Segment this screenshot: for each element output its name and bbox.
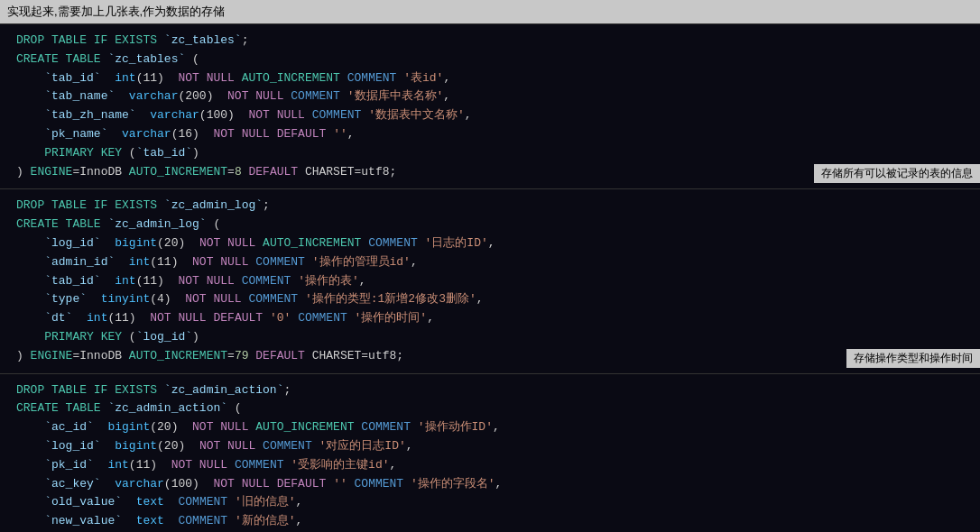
code-block-2: DROP TABLE IF EXISTS `zc_admin_log`; CRE…: [0, 188, 980, 372]
code-pre-2: DROP TABLE IF EXISTS `zc_admin_log`; CRE…: [0, 197, 980, 365]
side-note-2: 存储操作类型和操作时间: [846, 349, 980, 368]
code-block-1: DROP TABLE IF EXISTS `zc_tables`; CREATE…: [0, 23, 980, 188]
page-container: 实现起来,需要加上几张表,作为数据的存储 DROP TABLE IF EXIST…: [0, 0, 980, 532]
top-label: 实现起来,需要加上几张表,作为数据的存储: [0, 0, 980, 23]
code-block-3: DROP TABLE IF EXISTS `zc_admin_action`; …: [0, 373, 980, 532]
code-pre-3: DROP TABLE IF EXISTS `zc_admin_action`; …: [0, 381, 980, 532]
code-pre-1: DROP TABLE IF EXISTS `zc_tables`; CREATE…: [0, 32, 980, 181]
side-note-1: 存储所有可以被记录的表的信息: [814, 164, 980, 183]
